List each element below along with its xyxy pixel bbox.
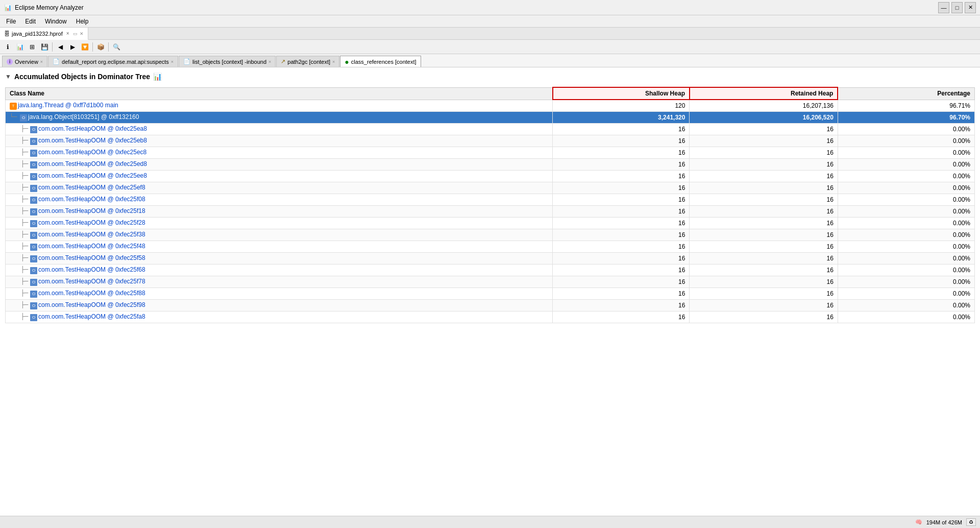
table-row[interactable]: ├─Ocom.oom.TestHeapOOM @ 0xfec25f8816160… [6,287,975,299]
toolbar-back-button[interactable]: ◀ [55,41,66,53]
table-row[interactable]: ├─Ocom.oom.TestHeapOOM @ 0xfec25ed816160… [6,158,975,170]
toolbar-grid-button[interactable]: ⊞ [27,41,38,53]
cell-class-name: ├─Ocom.oom.TestHeapOOM @ 0xfec25fa8 [6,311,553,323]
cell-shallow-heap: 120 [553,100,690,111]
tab-default-report[interactable]: 📄 default_report org.eclipse.mat.api:sus… [48,56,178,67]
cell-shallow-heap: 16 [553,147,690,158]
editor-tab-maximize[interactable]: ▭ [73,31,78,36]
toolbar-dropdown-button[interactable]: 🔽 [79,41,90,53]
tree-connector-2: ├─ [10,207,30,214]
table-row[interactable]: Tjava.lang.Thread @ 0xff7d1b00 main12016… [6,100,975,111]
cell-class-name: ├─Ocom.oom.TestHeapOOM @ 0xfec25ec8 [6,147,553,158]
tab-list-objects-close[interactable]: × [268,59,271,64]
col-percentage[interactable]: Percentage [838,87,974,100]
toolbar-search-button[interactable]: 🔍 [111,41,122,53]
toolbar-info-button[interactable]: ℹ [2,41,13,53]
class-name-link[interactable]: com.oom.TestHeapOOM @ 0xfec25f58 [38,254,145,261]
menu-help[interactable]: Help [72,17,93,26]
editor-tab-close2[interactable]: ✕ [80,31,84,36]
thread-icon: T [10,103,17,110]
editor-tab-hprof[interactable]: 🗄 java_pid13232.hprof × ▭ ✕ [0,28,88,40]
gc-button[interactable]: ♻ [966,518,976,526]
tab-path2gc-close[interactable]: × [332,59,335,64]
class-name-link[interactable]: com.oom.TestHeapOOM @ 0xfec25f18 [38,207,145,214]
class-name-link[interactable]: com.oom.TestHeapOOM @ 0xfec25f28 [38,219,145,226]
tab-class-references[interactable]: ● class_references [context] [340,56,421,67]
tree-connector-2: ├─ [10,184,30,191]
obj-icon: O [30,150,37,157]
cell-retained-heap: 16 [690,194,838,205]
col-retained-heap[interactable]: Retained Heap [690,87,838,100]
tab-path2gc[interactable]: ↗ path2gc [context] × [276,56,339,67]
cell-shallow-heap: 16 [553,264,690,276]
tab-overview-close[interactable]: × [40,59,43,64]
cell-percentage: 0.00% [838,158,974,170]
menu-window[interactable]: Window [41,17,71,26]
table-row[interactable]: ├─Ocom.oom.TestHeapOOM @ 0xfec25f3816160… [6,229,975,241]
toolbar-sep2 [92,42,93,52]
toolbar: ℹ 📊 ⊞ 💾 ◀ ▶ 🔽 📦 🔍 [0,40,980,54]
class-name-link[interactable]: com.oom.TestHeapOOM @ 0xfec25f88 [38,290,145,297]
class-name-link[interactable]: com.oom.TestHeapOOM @ 0xfec25f08 [38,196,145,203]
close-button[interactable]: ✕ [965,2,976,13]
class-name-link[interactable]: com.oom.TestHeapOOM @ 0xfec25ed8 [38,160,147,167]
cell-retained-heap: 16 [690,205,838,217]
class-name-link[interactable]: com.oom.TestHeapOOM @ 0xfec25f98 [38,301,145,308]
menu-bar: File Edit Window Help [0,15,980,28]
toolbar-sep1 [52,42,53,52]
tab-overview-label: Overview [15,59,38,65]
table-row[interactable]: ├─Ocom.oom.TestHeapOOM @ 0xfec25f1816160… [6,205,975,217]
class-name-link[interactable]: com.oom.TestHeapOOM @ 0xfec25f38 [38,231,145,238]
col-class-name[interactable]: Class Name [6,87,553,100]
tab-default-report-close[interactable]: × [171,59,174,64]
cell-shallow-heap: 16 [553,287,690,299]
table-row[interactable]: ├─Ocom.oom.TestHeapOOM @ 0xfec25f2816160… [6,217,975,229]
table-row[interactable]: └─Ojava.lang.Object[8103251] @ 0xff13216… [6,111,975,123]
class-name-link[interactable]: com.oom.TestHeapOOM @ 0xfec25ef8 [38,184,145,191]
menu-file[interactable]: File [2,17,20,26]
table-row[interactable]: ├─Ocom.oom.TestHeapOOM @ 0xfec25fa816160… [6,311,975,323]
cell-shallow-heap: 16 [553,205,690,217]
class-name-link[interactable]: com.oom.TestHeapOOM @ 0xfec25f68 [38,266,145,273]
class-name-link[interactable]: com.oom.TestHeapOOM @ 0xfec25eb8 [38,137,147,144]
toolbar-package-button[interactable]: 📦 [95,41,106,53]
cell-class-name: ├─Ocom.oom.TestHeapOOM @ 0xfec25f48 [6,241,553,252]
tree-connector-2: ├─ [10,172,30,179]
table-row[interactable]: ├─Ocom.oom.TestHeapOOM @ 0xfec25ea816160… [6,123,975,135]
cell-class-name: ├─Ocom.oom.TestHeapOOM @ 0xfec25eb8 [6,135,553,147]
toolbar-chart-button[interactable]: 📊 [14,41,26,53]
class-name-link[interactable]: com.oom.TestHeapOOM @ 0xfec25f48 [38,243,145,250]
class-name-link[interactable]: com.oom.TestHeapOOM @ 0xfec25ee8 [38,172,147,179]
tab-list-objects[interactable]: 📄 list_objects [context] -inbound × [179,56,276,67]
table-row[interactable]: ├─Ocom.oom.TestHeapOOM @ 0xfec25ee816160… [6,170,975,182]
editor-tab-close[interactable]: × [65,31,71,37]
table-row[interactable]: ├─Ocom.oom.TestHeapOOM @ 0xfec25f5816160… [6,252,975,264]
minimize-button[interactable]: — [938,2,949,13]
table-row[interactable]: ├─Ocom.oom.TestHeapOOM @ 0xfec25ef816160… [6,182,975,194]
toolbar-save-button[interactable]: 💾 [39,41,50,53]
maximize-button[interactable]: □ [951,2,963,13]
table-row[interactable]: ├─Ocom.oom.TestHeapOOM @ 0xfec25eb816160… [6,135,975,147]
table-row[interactable]: ├─Ocom.oom.TestHeapOOM @ 0xfec25f6816160… [6,264,975,276]
table-row[interactable]: ├─Ocom.oom.TestHeapOOM @ 0xfec25ec816160… [6,147,975,158]
table-row[interactable]: ├─Ocom.oom.TestHeapOOM @ 0xfec25f7816160… [6,276,975,287]
class-name-link[interactable]: java.lang.Object[8103251] @ 0xff132160 [28,113,139,121]
class-name-link[interactable]: com.oom.TestHeapOOM @ 0xfec25ea8 [38,125,147,132]
cell-shallow-heap: 3,241,320 [553,111,690,123]
col-shallow-heap[interactable]: Shallow Heap [553,87,690,100]
table-row[interactable]: ├─Ocom.oom.TestHeapOOM @ 0xfec25f4816160… [6,241,975,252]
table-row[interactable]: ├─Ocom.oom.TestHeapOOM @ 0xfec25f0816160… [6,194,975,205]
cell-shallow-heap: 16 [553,299,690,311]
class-name-link[interactable]: java.lang.Thread @ 0xff7d1b00 main [18,102,118,109]
cell-retained-heap: 16 [690,158,838,170]
tab-overview[interactable]: i Overview × [2,56,47,67]
table-row[interactable]: ├─Ocom.oom.TestHeapOOM @ 0xfec25f9816160… [6,299,975,311]
cell-class-name: Tjava.lang.Thread @ 0xff7d1b00 main [6,100,553,111]
toolbar-forward-button[interactable]: ▶ [67,41,78,53]
cell-class-name: ├─Ocom.oom.TestHeapOOM @ 0xfec25ed8 [6,158,553,170]
class-name-link[interactable]: com.oom.TestHeapOOM @ 0xfec25f78 [38,278,145,285]
obj-icon: O [30,208,37,215]
class-name-link[interactable]: com.oom.TestHeapOOM @ 0xfec25fa8 [38,313,145,320]
class-name-link[interactable]: com.oom.TestHeapOOM @ 0xfec25ec8 [38,149,146,156]
menu-edit[interactable]: Edit [21,17,40,26]
